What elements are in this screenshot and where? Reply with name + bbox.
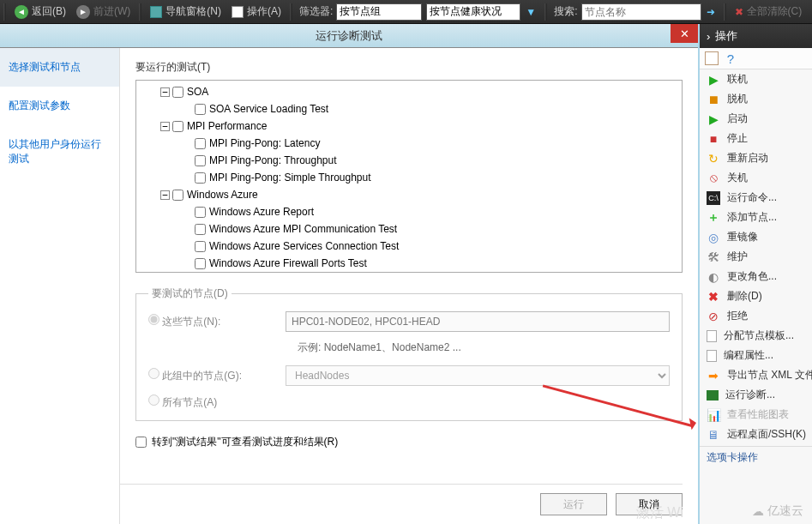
action-restart[interactable]: ↻重新启动: [700, 148, 812, 168]
nodes-example: 示例: NodeName1、NodeName2 ...: [298, 340, 670, 355]
restart-icon: ↻: [707, 152, 720, 166]
action-run-command[interactable]: C:\运行命令...: [700, 188, 812, 208]
online-icon: ▶: [707, 73, 720, 87]
wizard-step-runas[interactable]: 以其他用户身份运行测试: [0, 125, 119, 178]
node-group-select: HeadNodes: [286, 365, 670, 386]
clipboard-icon[interactable]: [705, 51, 719, 65]
filter-label: 筛选器:: [296, 4, 336, 19]
wizard-nav: 选择测试和节点 配置测试参数 以其他用户身份运行测试: [0, 48, 120, 524]
action-reimage[interactable]: ◎重镜像: [700, 227, 812, 247]
role-icon: ◐: [707, 270, 720, 284]
toggle-mpi[interactable]: −: [160, 122, 170, 131]
actions-header: › 操作: [700, 24, 812, 48]
forward-icon: ►: [76, 5, 90, 19]
check-azure[interactable]: [172, 190, 183, 201]
action-start[interactable]: ▶启动: [700, 109, 812, 129]
help-icon[interactable]: ?: [724, 51, 737, 65]
shutdown-icon: ⦸: [707, 172, 720, 185]
these-nodes-input: [286, 311, 670, 332]
action-delete[interactable]: ✖删除(D): [700, 286, 812, 306]
action-change-role[interactable]: ◐更改角色...: [700, 267, 812, 286]
actions-toolbar-button[interactable]: 操作(A): [226, 3, 286, 21]
clear-icon: ✖: [735, 6, 743, 18]
action-assign-template[interactable]: 分配节点模板...: [700, 326, 812, 346]
check-az-rep[interactable]: [195, 207, 206, 218]
check-az-fw[interactable]: [195, 258, 206, 269]
check-soa-svc[interactable]: [195, 104, 206, 115]
check-mpi-simp[interactable]: [195, 172, 206, 184]
action-perf-charts: 📊查看性能图表: [700, 405, 812, 425]
diagnostic-icon: [707, 390, 719, 401]
toggle-soa[interactable]: −: [160, 87, 170, 97]
radio-group-nodes: [148, 368, 159, 379]
filter-group-select[interactable]: [336, 3, 422, 21]
remote-icon: 🖥: [707, 428, 720, 442]
close-button[interactable]: ✕: [671, 24, 698, 43]
goto-results-label: 转到"测试结果"可查看测试进度和结果(R): [152, 435, 338, 449]
check-az-svc[interactable]: [195, 241, 206, 252]
back-button[interactable]: ◄返回(B): [9, 3, 71, 21]
dialog-title: 运行诊断测试: [316, 28, 382, 44]
search-go-icon[interactable]: ➜: [701, 4, 720, 20]
action-export-xml[interactable]: ➡导出节点 XML 文件...: [700, 365, 812, 385]
props-icon: [707, 350, 717, 362]
action-remote-desktop[interactable]: 🖥远程桌面/SSH(K): [700, 425, 812, 444]
wizard-step-select[interactable]: 选择测试和节点: [0, 48, 119, 87]
stop-icon: ■: [707, 132, 720, 146]
actions-icon: [232, 6, 244, 18]
filter-funnel-icon[interactable]: ▼: [520, 4, 541, 20]
action-edit-props[interactable]: 编程属性...: [700, 346, 812, 365]
reimage-icon: ◎: [707, 231, 720, 244]
nav-panes-button[interactable]: 导航窗格(N): [145, 3, 226, 21]
offline-icon: ⏹: [707, 93, 720, 106]
nodes-fieldset: 要测试的节点(D) 这些节点(N): 示例: NodeName1、NodeNam…: [135, 286, 683, 421]
nodes-legend: 要测试的节点(D): [148, 286, 232, 301]
filter-health-select[interactable]: [426, 3, 520, 21]
terminal-icon: C:\: [707, 191, 720, 205]
action-stop[interactable]: ■停止: [700, 129, 812, 148]
cancel-button[interactable]: 取消: [616, 493, 683, 515]
wizard-content: 要运行的测试(T) −SOA SOA Service Loading Test …: [120, 48, 698, 524]
template-icon: [707, 330, 717, 342]
chart-icon: 📊: [707, 408, 720, 422]
panes-icon: [150, 6, 162, 18]
action-run-diagnostic[interactable]: 运行诊断...: [700, 385, 812, 405]
action-offline[interactable]: ⏹脱机: [700, 89, 812, 109]
reject-icon: ⊘: [707, 310, 720, 323]
check-mpi[interactable]: [172, 121, 183, 132]
tab-actions-section: 选项卡操作: [700, 446, 812, 468]
top-toolbar: ◄返回(B) ►前进(W) 导航窗格(N) 操作(A) 筛选器: ▼ 搜索: ➜…: [0, 0, 812, 24]
clear-all-button: ✖全部清除(C): [730, 3, 808, 21]
goto-results-checkbox[interactable]: [135, 437, 147, 448]
action-maintenance[interactable]: 🛠维护: [700, 247, 812, 267]
action-online[interactable]: ▶联机: [700, 69, 812, 89]
maintenance-icon: 🛠: [707, 250, 720, 264]
action-add-node[interactable]: ＋添加节点...: [700, 208, 812, 227]
plus-icon: ＋: [707, 211, 720, 225]
check-soa[interactable]: [172, 87, 183, 98]
tests-tree[interactable]: −SOA SOA Service Loading Test −MPI Perfo…: [135, 80, 683, 273]
check-mpi-thr[interactable]: [195, 155, 206, 166]
check-mpi-lat[interactable]: [195, 138, 206, 149]
check-az-mpi[interactable]: [195, 224, 206, 235]
radio-these-nodes: [148, 314, 159, 325]
chevron-right-icon[interactable]: ›: [707, 30, 710, 43]
action-shutdown[interactable]: ⦸关机: [700, 168, 812, 188]
back-icon: ◄: [15, 5, 28, 19]
search-input[interactable]: [581, 3, 701, 21]
delete-icon: ✖: [707, 290, 720, 304]
radio-all-nodes: [148, 395, 159, 406]
start-icon: ▶: [707, 112, 720, 126]
run-button: 运行: [540, 493, 607, 515]
tests-label: 要运行的测试(T): [135, 60, 683, 75]
toggle-azure[interactable]: −: [160, 190, 170, 200]
wizard-step-config[interactable]: 配置测试参数: [0, 87, 119, 125]
dialog-title-bar: 运行诊断测试 ✕: [0, 24, 698, 48]
action-reject[interactable]: ⊘拒绝: [700, 306, 812, 326]
forward-button: ►前进(W): [71, 3, 135, 21]
export-icon: ➡: [707, 369, 720, 382]
search-label: 搜索:: [550, 4, 580, 19]
